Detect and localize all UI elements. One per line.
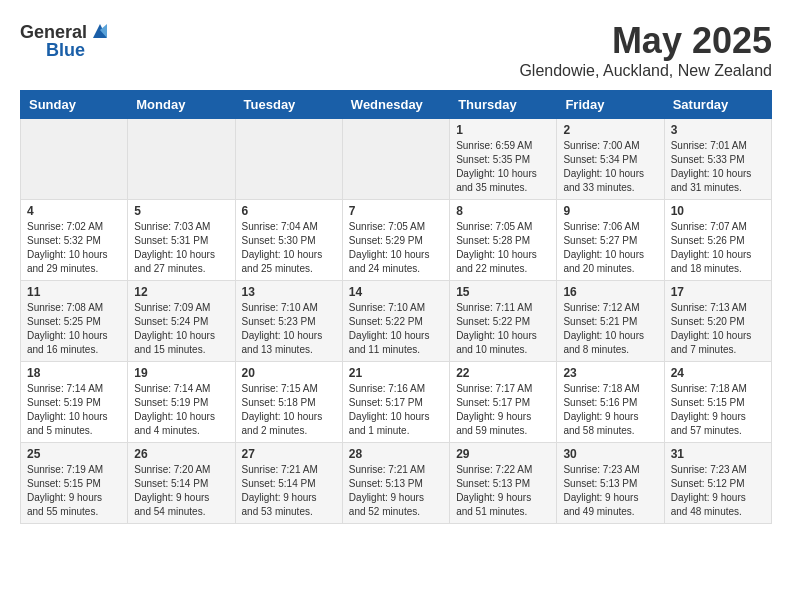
day-number: 23	[563, 366, 657, 380]
day-info: Sunrise: 7:21 AM Sunset: 5:14 PM Dayligh…	[242, 463, 336, 519]
day-number: 17	[671, 285, 765, 299]
table-row: 7Sunrise: 7:05 AM Sunset: 5:29 PM Daylig…	[342, 200, 449, 281]
day-info: Sunrise: 7:10 AM Sunset: 5:23 PM Dayligh…	[242, 301, 336, 357]
day-info: Sunrise: 7:22 AM Sunset: 5:13 PM Dayligh…	[456, 463, 550, 519]
day-info: Sunrise: 7:14 AM Sunset: 5:19 PM Dayligh…	[134, 382, 228, 438]
day-number: 6	[242, 204, 336, 218]
day-number: 3	[671, 123, 765, 137]
table-row	[21, 119, 128, 200]
table-row: 16Sunrise: 7:12 AM Sunset: 5:21 PM Dayli…	[557, 281, 664, 362]
day-number: 7	[349, 204, 443, 218]
week-row-2: 4Sunrise: 7:02 AM Sunset: 5:32 PM Daylig…	[21, 200, 772, 281]
page-header: General Blue May 2025 Glendowie, Aucklan…	[20, 20, 772, 80]
day-info: Sunrise: 7:09 AM Sunset: 5:24 PM Dayligh…	[134, 301, 228, 357]
day-info: Sunrise: 7:13 AM Sunset: 5:20 PM Dayligh…	[671, 301, 765, 357]
day-number: 15	[456, 285, 550, 299]
day-number: 14	[349, 285, 443, 299]
day-number: 10	[671, 204, 765, 218]
day-info: Sunrise: 7:11 AM Sunset: 5:22 PM Dayligh…	[456, 301, 550, 357]
week-row-1: 1Sunrise: 6:59 AM Sunset: 5:35 PM Daylig…	[21, 119, 772, 200]
table-row: 26Sunrise: 7:20 AM Sunset: 5:14 PM Dayli…	[128, 443, 235, 524]
table-row: 14Sunrise: 7:10 AM Sunset: 5:22 PM Dayli…	[342, 281, 449, 362]
table-row: 29Sunrise: 7:22 AM Sunset: 5:13 PM Dayli…	[450, 443, 557, 524]
table-row: 9Sunrise: 7:06 AM Sunset: 5:27 PM Daylig…	[557, 200, 664, 281]
day-info: Sunrise: 6:59 AM Sunset: 5:35 PM Dayligh…	[456, 139, 550, 195]
calendar-table: Sunday Monday Tuesday Wednesday Thursday…	[20, 90, 772, 524]
header-friday: Friday	[557, 91, 664, 119]
day-info: Sunrise: 7:16 AM Sunset: 5:17 PM Dayligh…	[349, 382, 443, 438]
table-row: 17Sunrise: 7:13 AM Sunset: 5:20 PM Dayli…	[664, 281, 771, 362]
day-number: 11	[27, 285, 121, 299]
day-number: 29	[456, 447, 550, 461]
day-info: Sunrise: 7:23 AM Sunset: 5:13 PM Dayligh…	[563, 463, 657, 519]
day-number: 1	[456, 123, 550, 137]
day-number: 30	[563, 447, 657, 461]
table-row: 15Sunrise: 7:11 AM Sunset: 5:22 PM Dayli…	[450, 281, 557, 362]
table-row: 30Sunrise: 7:23 AM Sunset: 5:13 PM Dayli…	[557, 443, 664, 524]
table-row: 31Sunrise: 7:23 AM Sunset: 5:12 PM Dayli…	[664, 443, 771, 524]
table-row	[128, 119, 235, 200]
table-row: 5Sunrise: 7:03 AM Sunset: 5:31 PM Daylig…	[128, 200, 235, 281]
day-info: Sunrise: 7:20 AM Sunset: 5:14 PM Dayligh…	[134, 463, 228, 519]
day-info: Sunrise: 7:01 AM Sunset: 5:33 PM Dayligh…	[671, 139, 765, 195]
day-info: Sunrise: 7:19 AM Sunset: 5:15 PM Dayligh…	[27, 463, 121, 519]
day-number: 9	[563, 204, 657, 218]
logo-icon	[89, 20, 111, 42]
table-row: 20Sunrise: 7:15 AM Sunset: 5:18 PM Dayli…	[235, 362, 342, 443]
header-monday: Monday	[128, 91, 235, 119]
table-row	[342, 119, 449, 200]
day-number: 12	[134, 285, 228, 299]
day-number: 28	[349, 447, 443, 461]
table-row: 4Sunrise: 7:02 AM Sunset: 5:32 PM Daylig…	[21, 200, 128, 281]
week-row-4: 18Sunrise: 7:14 AM Sunset: 5:19 PM Dayli…	[21, 362, 772, 443]
day-info: Sunrise: 7:06 AM Sunset: 5:27 PM Dayligh…	[563, 220, 657, 276]
day-info: Sunrise: 7:10 AM Sunset: 5:22 PM Dayligh…	[349, 301, 443, 357]
day-info: Sunrise: 7:23 AM Sunset: 5:12 PM Dayligh…	[671, 463, 765, 519]
day-number: 2	[563, 123, 657, 137]
day-info: Sunrise: 7:14 AM Sunset: 5:19 PM Dayligh…	[27, 382, 121, 438]
table-row: 8Sunrise: 7:05 AM Sunset: 5:28 PM Daylig…	[450, 200, 557, 281]
day-info: Sunrise: 7:08 AM Sunset: 5:25 PM Dayligh…	[27, 301, 121, 357]
day-number: 21	[349, 366, 443, 380]
day-info: Sunrise: 7:21 AM Sunset: 5:13 PM Dayligh…	[349, 463, 443, 519]
table-row: 28Sunrise: 7:21 AM Sunset: 5:13 PM Dayli…	[342, 443, 449, 524]
table-row: 21Sunrise: 7:16 AM Sunset: 5:17 PM Dayli…	[342, 362, 449, 443]
table-row: 25Sunrise: 7:19 AM Sunset: 5:15 PM Dayli…	[21, 443, 128, 524]
table-row: 22Sunrise: 7:17 AM Sunset: 5:17 PM Dayli…	[450, 362, 557, 443]
day-info: Sunrise: 7:18 AM Sunset: 5:15 PM Dayligh…	[671, 382, 765, 438]
logo: General Blue	[20, 20, 111, 61]
table-row: 23Sunrise: 7:18 AM Sunset: 5:16 PM Dayli…	[557, 362, 664, 443]
day-info: Sunrise: 7:05 AM Sunset: 5:28 PM Dayligh…	[456, 220, 550, 276]
table-row: 3Sunrise: 7:01 AM Sunset: 5:33 PM Daylig…	[664, 119, 771, 200]
day-number: 16	[563, 285, 657, 299]
table-row: 27Sunrise: 7:21 AM Sunset: 5:14 PM Dayli…	[235, 443, 342, 524]
day-number: 20	[242, 366, 336, 380]
header-saturday: Saturday	[664, 91, 771, 119]
header-wednesday: Wednesday	[342, 91, 449, 119]
day-number: 18	[27, 366, 121, 380]
header-tuesday: Tuesday	[235, 91, 342, 119]
day-number: 26	[134, 447, 228, 461]
day-info: Sunrise: 7:12 AM Sunset: 5:21 PM Dayligh…	[563, 301, 657, 357]
table-row: 2Sunrise: 7:00 AM Sunset: 5:34 PM Daylig…	[557, 119, 664, 200]
day-number: 31	[671, 447, 765, 461]
table-row: 1Sunrise: 6:59 AM Sunset: 5:35 PM Daylig…	[450, 119, 557, 200]
logo-blue: Blue	[46, 40, 85, 61]
header-sunday: Sunday	[21, 91, 128, 119]
table-row: 18Sunrise: 7:14 AM Sunset: 5:19 PM Dayli…	[21, 362, 128, 443]
day-number: 25	[27, 447, 121, 461]
table-row: 19Sunrise: 7:14 AM Sunset: 5:19 PM Dayli…	[128, 362, 235, 443]
month-title: May 2025	[519, 20, 772, 62]
day-number: 8	[456, 204, 550, 218]
day-number: 19	[134, 366, 228, 380]
day-info: Sunrise: 7:04 AM Sunset: 5:30 PM Dayligh…	[242, 220, 336, 276]
day-info: Sunrise: 7:03 AM Sunset: 5:31 PM Dayligh…	[134, 220, 228, 276]
day-number: 27	[242, 447, 336, 461]
day-info: Sunrise: 7:00 AM Sunset: 5:34 PM Dayligh…	[563, 139, 657, 195]
day-info: Sunrise: 7:17 AM Sunset: 5:17 PM Dayligh…	[456, 382, 550, 438]
day-info: Sunrise: 7:07 AM Sunset: 5:26 PM Dayligh…	[671, 220, 765, 276]
table-row: 11Sunrise: 7:08 AM Sunset: 5:25 PM Dayli…	[21, 281, 128, 362]
table-row: 13Sunrise: 7:10 AM Sunset: 5:23 PM Dayli…	[235, 281, 342, 362]
day-number: 22	[456, 366, 550, 380]
week-row-3: 11Sunrise: 7:08 AM Sunset: 5:25 PM Dayli…	[21, 281, 772, 362]
